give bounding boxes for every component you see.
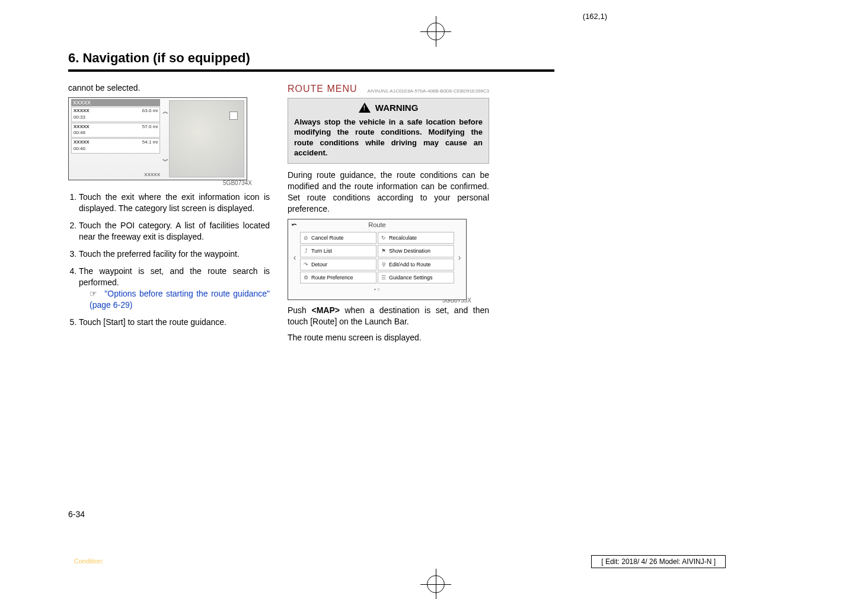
chapter-title: 6. Navigation (if so equipped)	[68, 50, 554, 72]
warning-box: WARNING Always stop the vehicle in a saf…	[288, 98, 489, 163]
instruction-steps: Touch the exit where the exit informatio…	[68, 192, 270, 328]
warning-triangle-icon	[359, 103, 371, 113]
edit-info-box: [ Edit: 2018/ 4/ 26 Model: AIVINJ-N ]	[591, 555, 726, 568]
fw-row: XXXXX00:33 63.0 mi	[71, 107, 160, 122]
back-icon: ⤺	[292, 221, 296, 229]
continued-text: cannot be selected.	[68, 82, 270, 94]
step-4: The waypoint is set, and the route searc…	[79, 266, 270, 311]
condition-label: Condition:	[74, 557, 104, 565]
cancel-route-btn: ⊘Cancel Route	[300, 232, 376, 244]
fw-header: XXXXX	[71, 99, 160, 106]
route-shot-title: Route	[288, 219, 466, 231]
show-destination-btn: ⚑Show Destination	[378, 245, 454, 257]
route-preference-btn: ⚙Route Preference	[300, 272, 376, 283]
freeway-exit-screenshot: XXXXX XXXXX00:33 63.0 mi XXXXX00:48 57.0…	[68, 97, 247, 180]
left-column: cannot be selected. XXXXX XXXXX00:33 63.…	[68, 82, 270, 348]
fw-bottom-right: XXXXX	[144, 172, 160, 179]
pointer-icon	[90, 288, 101, 300]
route-menu-para-3: The route menu screen is displayed.	[288, 332, 489, 343]
page-content: 6. Navigation (if so equipped) cannot be…	[68, 50, 554, 525]
step-5: Touch [Start] to start the route guidanc…	[79, 317, 270, 328]
map-preview	[169, 100, 244, 177]
registration-mark-bottom	[427, 575, 445, 593]
warning-body: Always stop the vehicle in a safe locati…	[294, 117, 483, 158]
guidance-settings-btn: ☰Guidance Settings	[378, 272, 454, 283]
detour-btn: ↷Detour	[300, 259, 376, 270]
fw-row: XXXXX00:40 54.1 mi	[71, 138, 160, 154]
page-right-icon: ›	[455, 232, 464, 283]
route-menu-screenshot: ⤺ Route ‹ ⊘Cancel Route ↻Recalculate › ⤴…	[288, 219, 467, 300]
step-1: Touch the exit where the exit informatio…	[79, 192, 270, 214]
warning-label: WARNING	[375, 103, 419, 113]
page-number: 6-34	[68, 509, 85, 519]
route-menu-para-2: Push <MAP> when a destination is set, an…	[288, 305, 489, 327]
step-2: Touch the POI category. A list of facili…	[79, 220, 270, 243]
scroll-up-icon: ︽	[161, 107, 170, 116]
route-menu-para-1: During route guidance, the route conditi…	[288, 170, 489, 215]
recalculate-btn: ↻Recalculate	[378, 232, 454, 244]
right-column: ROUTE MENU AIVINJN1-A1C01E8A-570A-408B-B…	[288, 82, 489, 348]
page-left-icon: ‹	[291, 232, 299, 283]
registration-mark-top	[427, 23, 445, 40]
edit-add-route-btn: ⚲Edit/Add to Route	[378, 259, 454, 270]
page-indicator: (162,1)	[583, 12, 607, 21]
cross-reference-link: "Options before starting the route guida…	[90, 288, 270, 311]
fw-row: XXXXX00:48 57.0 mi	[71, 123, 160, 138]
turn-list-btn: ⤴Turn List	[300, 245, 376, 257]
scroll-down-icon: ︾	[161, 157, 170, 165]
image-ref-1: 5GB0734X	[68, 179, 252, 187]
step-3: Touch the preferred facility for the way…	[79, 248, 270, 260]
pagination-dots: • ○	[288, 286, 466, 293]
warning-header: WARNING	[294, 102, 483, 114]
